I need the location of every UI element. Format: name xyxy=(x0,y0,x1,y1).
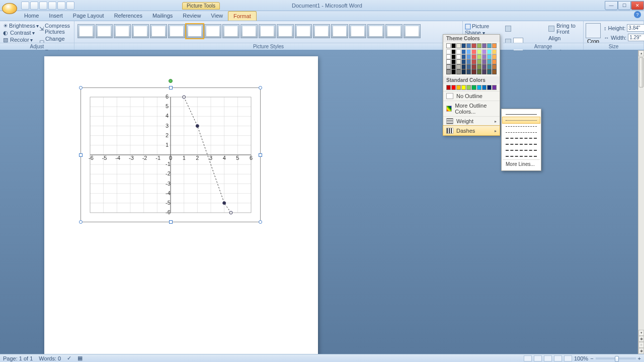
color-swatch[interactable] xyxy=(451,43,456,48)
zoom-out-icon[interactable]: − xyxy=(590,355,593,361)
picture-style-gallery[interactable] xyxy=(76,22,460,40)
color-swatch[interactable] xyxy=(446,69,451,74)
vertical-scrollbar[interactable]: ▴ ▾ ◉ ○ ◉ xyxy=(638,50,644,354)
resize-handle[interactable] xyxy=(259,86,262,89)
color-swatch[interactable] xyxy=(482,64,487,69)
dash-style-item[interactable] xyxy=(503,153,540,159)
style-thumb[interactable] xyxy=(313,24,330,38)
page-status[interactable]: Page: 1 of 1 xyxy=(3,355,33,361)
color-swatch[interactable] xyxy=(456,49,461,54)
color-swatch[interactable] xyxy=(456,59,461,64)
color-swatch[interactable] xyxy=(451,59,456,64)
recolor-button[interactable]: ▧Recolor ▾ xyxy=(2,36,38,43)
dash-style-item[interactable] xyxy=(503,135,540,141)
style-thumb[interactable] xyxy=(349,24,366,38)
qat-save-icon[interactable] xyxy=(21,2,29,10)
view-full-screen-icon[interactable] xyxy=(534,355,542,361)
dash-style-item[interactable] xyxy=(503,141,540,147)
color-swatch[interactable] xyxy=(451,69,456,74)
width-input[interactable]: 1.29" xyxy=(628,34,644,41)
color-swatch[interactable] xyxy=(477,49,481,54)
browse-icon[interactable]: ○ xyxy=(638,342,644,348)
color-swatch[interactable] xyxy=(466,43,471,48)
scroll-up-icon[interactable]: ▴ xyxy=(638,50,644,56)
style-thumb[interactable] xyxy=(385,24,403,38)
color-swatch[interactable] xyxy=(461,49,466,54)
brightness-button[interactable]: ☀Brightness ▾ xyxy=(2,22,38,29)
dash-style-item[interactable] xyxy=(503,123,540,129)
height-input[interactable]: 3.84" xyxy=(627,24,644,32)
weight-item[interactable]: Weight▸ xyxy=(443,116,500,126)
color-swatch[interactable] xyxy=(456,64,461,69)
style-thumb[interactable] xyxy=(331,24,348,38)
color-swatch[interactable] xyxy=(487,64,492,69)
color-swatch[interactable] xyxy=(456,85,461,90)
color-swatch[interactable] xyxy=(466,64,471,69)
qat-customize-icon[interactable] xyxy=(66,2,74,10)
style-thumb[interactable] xyxy=(204,24,221,38)
tab-format[interactable]: Format xyxy=(228,11,257,21)
color-swatch[interactable] xyxy=(461,85,466,90)
dash-style-item[interactable] xyxy=(503,147,540,153)
style-thumb[interactable] xyxy=(132,24,149,38)
color-swatch[interactable] xyxy=(446,59,451,64)
style-thumb[interactable] xyxy=(150,24,167,38)
color-swatch[interactable] xyxy=(471,85,476,90)
color-swatch[interactable] xyxy=(477,64,481,69)
color-swatch[interactable] xyxy=(482,54,487,59)
dashes-item[interactable]: Dashes▸ xyxy=(443,126,500,135)
color-swatch[interactable] xyxy=(461,59,466,64)
next-page-icon[interactable]: ◉ xyxy=(638,348,644,354)
color-swatch[interactable] xyxy=(482,49,487,54)
color-swatch[interactable] xyxy=(492,43,497,48)
color-swatch[interactable] xyxy=(461,64,466,69)
color-swatch[interactable] xyxy=(471,59,476,64)
color-swatch[interactable] xyxy=(461,54,466,59)
qat-btn-icon[interactable] xyxy=(48,2,56,10)
qat-undo-icon[interactable] xyxy=(30,2,38,10)
style-thumb[interactable] xyxy=(96,24,113,38)
no-outline-item[interactable]: No Outline xyxy=(443,91,500,101)
style-thumb[interactable] xyxy=(114,24,131,38)
color-swatch[interactable] xyxy=(466,59,471,64)
qat-redo-icon[interactable] xyxy=(39,2,47,10)
color-swatch[interactable] xyxy=(466,54,471,59)
zoom-level[interactable]: 100% xyxy=(574,355,588,361)
color-swatch[interactable] xyxy=(451,85,456,90)
close-button[interactable]: ✕ xyxy=(631,1,644,10)
color-swatch[interactable] xyxy=(492,49,497,54)
color-swatch[interactable] xyxy=(487,59,492,64)
color-swatch[interactable] xyxy=(471,43,476,48)
scroll-thumb[interactable] xyxy=(639,57,643,87)
color-swatch[interactable] xyxy=(446,85,451,90)
dash-style-item[interactable] xyxy=(503,117,540,123)
bring-to-front-button[interactable]: Bring to Front xyxy=(556,23,585,35)
tab-page-layout[interactable]: Page Layout xyxy=(68,11,109,21)
color-swatch[interactable] xyxy=(487,49,492,54)
color-swatch[interactable] xyxy=(471,49,476,54)
color-swatch[interactable] xyxy=(456,43,461,48)
tab-mailings[interactable]: Mailings xyxy=(147,11,178,21)
dash-style-item[interactable] xyxy=(503,129,540,135)
maximize-button[interactable]: ☐ xyxy=(618,1,631,10)
word-count[interactable]: Words: 0 xyxy=(39,355,61,361)
office-button[interactable] xyxy=(2,3,17,14)
view-web-icon[interactable] xyxy=(544,355,552,361)
view-outline-icon[interactable] xyxy=(554,355,562,361)
resize-handle[interactable] xyxy=(169,86,173,89)
minimize-button[interactable]: — xyxy=(605,1,618,10)
color-swatch[interactable] xyxy=(492,54,497,59)
style-thumb[interactable] xyxy=(240,24,258,38)
scroll-down-icon[interactable]: ▾ xyxy=(638,330,644,336)
style-thumb[interactable] xyxy=(367,24,384,38)
color-swatch[interactable] xyxy=(466,49,471,54)
color-swatch[interactable] xyxy=(456,69,461,74)
color-swatch[interactable] xyxy=(482,85,487,90)
color-swatch[interactable] xyxy=(471,54,476,59)
help-icon[interactable]: ? xyxy=(634,11,641,18)
color-swatch[interactable] xyxy=(461,69,466,74)
zoom-in-icon[interactable]: + xyxy=(638,355,641,361)
color-swatch[interactable] xyxy=(446,64,451,69)
compress-pictures-button[interactable]: ⇲Compress Pictures xyxy=(38,22,72,35)
color-swatch[interactable] xyxy=(492,69,497,74)
